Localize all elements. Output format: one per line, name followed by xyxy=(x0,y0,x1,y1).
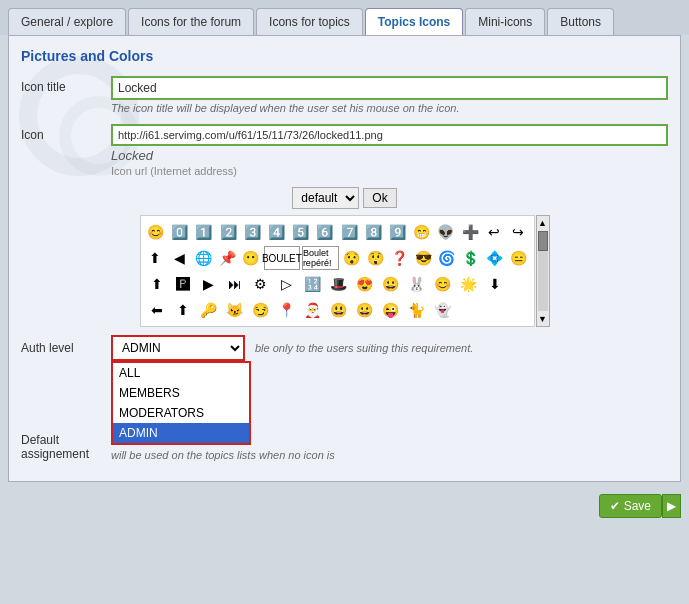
emoji-0[interactable]: 0️⃣ xyxy=(169,220,191,244)
icon-row: Icon Locked Icon url (Internet address) xyxy=(21,124,668,177)
bottom-bar: ✔ Save ▶ xyxy=(0,490,689,522)
emoji-c7[interactable]: 💠 xyxy=(484,246,506,270)
emoji-ok-button[interactable]: Ok xyxy=(363,188,396,208)
auth-dropdown-moderators[interactable]: MODERATORS xyxy=(113,403,249,423)
auth-dropdown-admin[interactable]: ADMIN xyxy=(113,423,249,443)
emoji-row-2: ⬆ ◀ 🌐 📌 😶 BOULET Boulet repéré! 😯 😲 ❓ 😎 … xyxy=(145,246,530,270)
emoji-d3[interactable]: ▶ xyxy=(197,272,221,296)
emoji-e6[interactable]: 📍 xyxy=(275,298,299,322)
emoji-d7[interactable]: 🔢 xyxy=(301,272,325,296)
icon-field: Locked Icon url (Internet address) xyxy=(111,124,668,177)
emoji-e9[interactable]: 😀 xyxy=(353,298,377,322)
emoji-e11[interactable]: 🐈 xyxy=(405,298,429,322)
auth-dropdown-members[interactable]: MEMBERS xyxy=(113,383,249,403)
emoji-c5[interactable]: 🌀 xyxy=(436,246,458,270)
scroll-track xyxy=(538,231,548,311)
emoji-controls: default Ok xyxy=(292,187,396,209)
icon-hint: Icon url (Internet address) xyxy=(111,165,668,177)
emoji-d14[interactable]: ⬇ xyxy=(483,272,507,296)
emoji-boulet-repere[interactable]: Boulet repéré! xyxy=(302,246,339,270)
tab-icons-forum[interactable]: Icons for the forum xyxy=(128,8,254,35)
emoji-c3[interactable]: ❓ xyxy=(388,246,410,270)
emoji-3[interactable]: 3️⃣ xyxy=(241,220,263,244)
emoji-section: default Ok 😊 0️⃣ 1️⃣ 2️⃣ 3️⃣ 4️⃣ 5️⃣ xyxy=(21,187,668,327)
emoji-d2[interactable]: 🅿 xyxy=(171,272,195,296)
emoji-row-1: 😊 0️⃣ 1️⃣ 2️⃣ 3️⃣ 4️⃣ 5️⃣ 6️⃣ 7️⃣ 8️⃣ 9️… xyxy=(145,220,530,244)
icon-title-hint: The icon title will be displayed when th… xyxy=(111,102,668,114)
emoji-plus1[interactable]: ➕ xyxy=(459,220,481,244)
emoji-4[interactable]: 4️⃣ xyxy=(265,220,287,244)
emoji-grid: 😊 0️⃣ 1️⃣ 2️⃣ 3️⃣ 4️⃣ 5️⃣ 6️⃣ 7️⃣ 8️⃣ 9️… xyxy=(140,215,535,327)
emoji-d8[interactable]: 🎩 xyxy=(327,272,351,296)
emoji-e2[interactable]: ⬆ xyxy=(171,298,195,322)
emoji-d12[interactable]: 😊 xyxy=(431,272,455,296)
emoji-c8[interactable]: 😑 xyxy=(508,246,530,270)
emoji-b3[interactable]: 🌐 xyxy=(192,246,214,270)
emoji-grin[interactable]: 😁 xyxy=(411,220,433,244)
default-assignment-hint: will be used on the topics lists when no… xyxy=(111,449,668,461)
icon-title-label: Icon title xyxy=(21,76,111,94)
emoji-6[interactable]: 6️⃣ xyxy=(314,220,336,244)
emoji-e1[interactable]: ⬅ xyxy=(145,298,169,322)
emoji-5[interactable]: 5️⃣ xyxy=(290,220,312,244)
save-dropdown-button[interactable]: ▶ xyxy=(662,494,681,518)
auth-dropdown-menu: ALL MEMBERS MODERATORS ADMIN xyxy=(111,361,251,445)
tab-icons-topics[interactable]: Icons for topics xyxy=(256,8,363,35)
emoji-d4[interactable]: ⏭ xyxy=(223,272,247,296)
icon-title-input[interactable] xyxy=(111,76,668,100)
scroll-up-arrow[interactable]: ▲ xyxy=(536,216,549,230)
auth-dropdown-all[interactable]: ALL xyxy=(113,363,249,383)
emoji-d13[interactable]: 🌟 xyxy=(457,272,481,296)
auth-level-row: Auth level ALL MEMBERS MODERATORS ADMIN … xyxy=(21,335,668,361)
auth-level-label: Auth level xyxy=(21,341,111,355)
emoji-arrow1[interactable]: ↩ xyxy=(483,220,505,244)
emoji-b2[interactable]: ◀ xyxy=(168,246,190,270)
emoji-e12[interactable]: 👻 xyxy=(431,298,455,322)
scroll-down-arrow[interactable]: ▼ xyxy=(536,312,549,326)
emoji-2[interactable]: 2️⃣ xyxy=(217,220,239,244)
emoji-e10[interactable]: 😜 xyxy=(379,298,403,322)
emoji-e8[interactable]: 😃 xyxy=(327,298,351,322)
emoji-d10[interactable]: 😀 xyxy=(379,272,403,296)
emoji-7[interactable]: 7️⃣ xyxy=(338,220,360,244)
save-check-icon: ✔ xyxy=(610,499,620,513)
emoji-c6[interactable]: 💲 xyxy=(460,246,482,270)
tab-buttons[interactable]: Buttons xyxy=(547,8,614,35)
emoji-8[interactable]: 8️⃣ xyxy=(362,220,384,244)
emoji-row-3: ⬆ 🅿 ▶ ⏭ ⚙ ▷ 🔢 🎩 😍 😀 🐰 😊 🌟 ⬇ xyxy=(145,272,530,296)
emoji-c1[interactable]: 😯 xyxy=(341,246,363,270)
emoji-9[interactable]: 9️⃣ xyxy=(386,220,408,244)
tab-topics-icons[interactable]: Topics Icons xyxy=(365,8,463,35)
emoji-select[interactable]: default xyxy=(292,187,359,209)
save-button[interactable]: ✔ Save xyxy=(599,494,662,518)
emoji-1[interactable]: 1️⃣ xyxy=(193,220,215,244)
icon-url-input[interactable] xyxy=(111,124,668,146)
emoji-alien[interactable]: 👽 xyxy=(435,220,457,244)
emoji-b1[interactable]: ⬆ xyxy=(145,246,167,270)
emoji-smiley[interactable]: 😊 xyxy=(145,220,167,244)
emoji-e7[interactable]: 🎅 xyxy=(301,298,325,322)
emoji-d6[interactable]: ▷ xyxy=(275,272,299,296)
emoji-arrow2[interactable]: ↪ xyxy=(507,220,529,244)
main-content: Pictures and Colors Icon title The icon … xyxy=(8,35,681,482)
scroll-thumb[interactable] xyxy=(538,231,548,251)
emoji-e4[interactable]: 😼 xyxy=(223,298,247,322)
emoji-d9[interactable]: 😍 xyxy=(353,272,377,296)
emoji-c4[interactable]: 😎 xyxy=(412,246,434,270)
tab-general[interactable]: General / explore xyxy=(8,8,126,35)
emoji-grid-wrapper: 😊 0️⃣ 1️⃣ 2️⃣ 3️⃣ 4️⃣ 5️⃣ 6️⃣ 7️⃣ 8️⃣ 9️… xyxy=(140,215,550,327)
emoji-d11[interactable]: 🐰 xyxy=(405,272,429,296)
tab-mini-icons[interactable]: Mini-icons xyxy=(465,8,545,35)
emoji-c2[interactable]: 😲 xyxy=(364,246,386,270)
emoji-b5[interactable]: 😶 xyxy=(240,246,262,270)
emoji-scrollbar[interactable]: ▲ ▼ xyxy=(536,215,550,327)
emoji-e3[interactable]: 🔑 xyxy=(197,298,221,322)
auth-level-select[interactable]: ALL MEMBERS MODERATORS ADMIN xyxy=(113,337,243,359)
emoji-boulet-sign[interactable]: BOULET xyxy=(264,246,300,270)
emoji-b4[interactable]: 📌 xyxy=(216,246,238,270)
emoji-d5[interactable]: ⚙ xyxy=(249,272,273,296)
icon-title-field: The icon title will be displayed when th… xyxy=(111,76,668,114)
emoji-d1[interactable]: ⬆ xyxy=(145,272,169,296)
emoji-e5[interactable]: 😏 xyxy=(249,298,273,322)
default-assignment-label: Default assignement xyxy=(21,431,111,461)
